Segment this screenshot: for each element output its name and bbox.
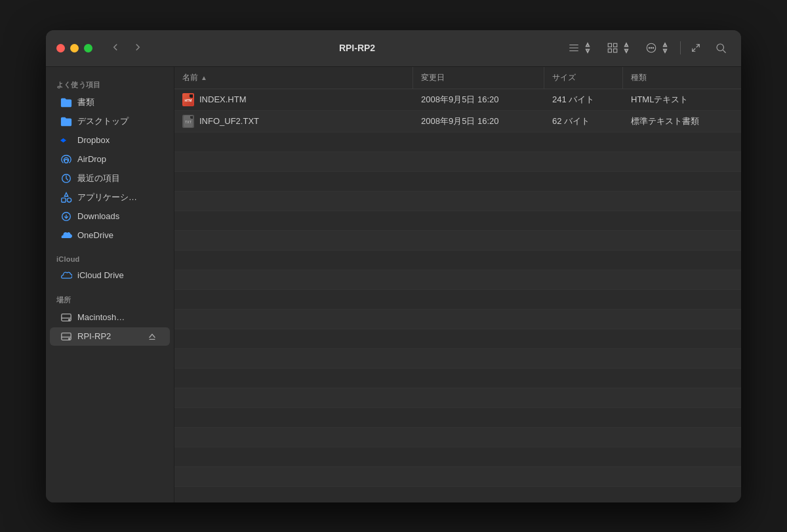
sidebar-item-rpi-rp2[interactable]: RPI-RP2: [50, 327, 170, 346]
hdd-icon: [60, 312, 72, 323]
sidebar-item-downloads[interactable]: Downloads: [50, 207, 170, 226]
svg-point-8: [649, 47, 650, 49]
expand-button[interactable]: [686, 39, 706, 56]
col-date-header[interactable]: 変更日: [413, 67, 544, 89]
toolbar-divider: [680, 41, 681, 54]
empty-row: [174, 388, 741, 408]
empty-row: [174, 349, 741, 369]
onedrive-icon: [60, 230, 72, 241]
sidebar-item-shoseki[interactable]: 書類: [50, 93, 170, 112]
svg-point-10: [653, 47, 654, 49]
file-name-cell: HTM INDEX.HTM: [174, 89, 413, 110]
empty-row: [174, 487, 741, 502]
sidebar-item-onedrive-label: OneDrive: [77, 230, 113, 240]
file-size-cell: 62 バイト: [544, 111, 623, 132]
sidebar-item-macintosh-label: Macintosh…: [77, 312, 125, 322]
html-file-icon: HTM: [182, 93, 194, 106]
sidebar-item-desktop[interactable]: デスクトップ: [50, 112, 170, 131]
file-date-cell: 2008年9月5日 16:20: [413, 111, 544, 132]
sidebar-item-rpi-rp2-label: RPI-RP2: [77, 331, 111, 341]
col-name-header[interactable]: 名前 ▲: [174, 67, 413, 89]
sidebar-item-recent-label: 最近の項目: [77, 173, 120, 184]
sidebar-item-dropbox-label: Dropbox: [77, 135, 110, 145]
sidebar-item-airdrop[interactable]: AirDrop: [50, 150, 170, 169]
back-button[interactable]: [106, 40, 125, 56]
sidebar-item-shoseki-label: 書類: [77, 96, 94, 108]
nav-buttons: [106, 40, 148, 56]
file-kind-cell: 標準テキスト書類: [623, 111, 741, 132]
sidebar-item-onedrive[interactable]: OneDrive: [50, 226, 170, 245]
sidebar-item-apps-label: アプリケーシ…: [77, 192, 137, 203]
downloads-icon: [60, 211, 72, 222]
sidebar-item-recent[interactable]: 最近の項目: [50, 169, 170, 188]
folder-icon: [60, 96, 72, 108]
sidebar-item-macintosh[interactable]: Macintosh…: [50, 308, 170, 327]
svg-rect-17: [62, 197, 66, 201]
recent-icon: [60, 173, 72, 184]
svg-point-26: [69, 338, 70, 339]
grid-view-button[interactable]: [603, 39, 636, 56]
svg-point-18: [67, 197, 71, 201]
empty-row: [174, 270, 741, 290]
traffic-lights: [56, 44, 92, 52]
txt-file-icon: TXT: [182, 115, 194, 128]
forward-button[interactable]: [128, 40, 148, 56]
sidebar-item-apps[interactable]: アプリケーシ…: [50, 188, 170, 207]
finder-window: RPI-RP2: [46, 30, 741, 502]
airdrop-icon: [60, 153, 72, 165]
sidebar-item-desktop-label: デスクトップ: [77, 115, 129, 127]
icloud-label: iCloud: [46, 250, 174, 266]
sidebar: よく使う項目 書類 デスクトップ: [46, 67, 174, 502]
svg-line-14: [723, 50, 725, 52]
svg-point-13: [717, 44, 724, 51]
apps-icon: [60, 192, 72, 203]
search-button[interactable]: [711, 39, 731, 56]
col-size-header[interactable]: サイズ: [544, 67, 623, 89]
toolbar-right: [564, 39, 731, 56]
usb-drive-icon: [60, 331, 72, 342]
locations-label: 場所: [46, 290, 174, 308]
file-name-cell: TXT INFO_UF2.TXT: [174, 111, 413, 132]
column-header: 名前 ▲ 変更日 サイズ 種類: [174, 67, 741, 89]
maximize-button[interactable]: [84, 44, 92, 52]
svg-rect-3: [608, 43, 611, 47]
sidebar-item-downloads-label: Downloads: [77, 211, 119, 221]
file-size-cell: 241 バイト: [544, 89, 623, 110]
favorites-label: よく使う項目: [46, 75, 174, 92]
col-kind-header[interactable]: 種類: [623, 67, 741, 89]
sidebar-item-airdrop-label: AirDrop: [77, 154, 106, 164]
empty-row: [174, 428, 741, 447]
empty-row: [174, 329, 741, 349]
eject-button[interactable]: [145, 332, 159, 341]
sidebar-item-icloud-drive-label: iCloud Drive: [77, 270, 124, 280]
file-kind-cell: HTMLテキスト: [623, 89, 741, 110]
file-row[interactable]: HTM INDEX.HTM 2008年9月5日 16:20 241 バイト HT…: [174, 89, 741, 111]
more-options-button[interactable]: [641, 39, 675, 56]
file-area: 名前 ▲ 変更日 サイズ 種類: [174, 67, 741, 502]
desktop-folder-icon: [60, 115, 72, 127]
list-view-button[interactable]: [564, 39, 597, 56]
empty-row: [174, 133, 741, 152]
svg-rect-5: [608, 49, 611, 52]
window-title: RPI-RP2: [158, 43, 556, 53]
file-row[interactable]: TXT INFO_UF2.TXT 2008年9月5日 16:20 62 バイト …: [174, 111, 741, 133]
icloud-icon: [60, 270, 72, 281]
file-rows: HTM INDEX.HTM 2008年9月5日 16:20 241 バイト HT…: [174, 89, 741, 502]
file-date-cell: 2008年9月5日 16:20: [413, 89, 544, 110]
empty-row: [174, 251, 741, 270]
svg-rect-6: [614, 49, 617, 52]
svg-line-12: [693, 49, 696, 52]
toolbar: RPI-RP2: [46, 30, 741, 67]
main-content: よく使う項目 書類 デスクトップ: [46, 67, 741, 502]
empty-row: [174, 211, 741, 231]
sort-icon: ▲: [201, 74, 207, 81]
minimize-button[interactable]: [70, 44, 79, 52]
sidebar-item-icloud-drive[interactable]: iCloud Drive: [50, 266, 170, 285]
empty-row: [174, 447, 741, 467]
empty-row: [174, 369, 741, 388]
empty-row: [174, 152, 741, 172]
empty-row: [174, 408, 741, 428]
empty-row: [174, 290, 741, 310]
close-button[interactable]: [56, 44, 65, 52]
sidebar-item-dropbox[interactable]: Dropbox: [50, 131, 170, 150]
